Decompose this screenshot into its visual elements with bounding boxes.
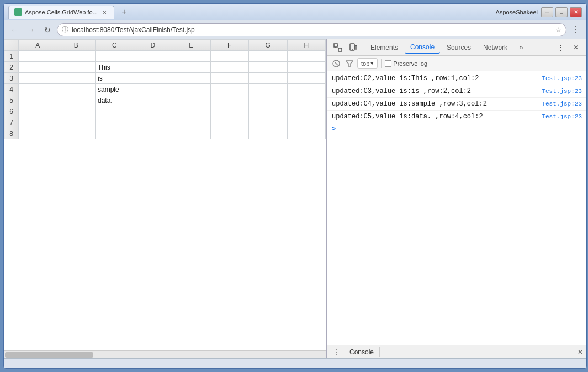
address-bar[interactable]: ⓘ localhost:8080/TestAjaxCallFinish/Test… [57, 23, 566, 36]
inspect-element-button[interactable] [332, 41, 344, 54]
cell-g7[interactable] [249, 117, 288, 128]
cell-b3[interactable] [57, 73, 96, 84]
cell-b8[interactable] [57, 128, 96, 139]
cell-f4[interactable] [210, 84, 249, 95]
cell-a8[interactable] [19, 128, 57, 139]
tab-console[interactable]: Console [405, 41, 440, 54]
tab-close-button[interactable]: ✕ [100, 8, 108, 16]
scrollbar-thumb[interactable] [5, 352, 93, 358]
cell-h3[interactable] [287, 73, 326, 84]
cell-g4[interactable] [249, 84, 288, 95]
console-prompt[interactable]: > [327, 123, 586, 135]
horizontal-scrollbar[interactable] [4, 350, 326, 358]
cell-a3[interactable] [19, 73, 57, 84]
cell-d5[interactable] [134, 95, 172, 106]
browser-tab[interactable]: Aspose.Cells.GridWeb fo... ✕ [8, 6, 114, 19]
cell-e7[interactable] [172, 117, 211, 128]
cell-h1[interactable] [287, 51, 326, 62]
cell-d7[interactable] [134, 117, 172, 128]
cell-b5[interactable] [57, 95, 96, 106]
tab-sources[interactable]: Sources [441, 42, 476, 53]
cell-a5[interactable] [19, 95, 57, 106]
cell-a7[interactable] [19, 117, 57, 128]
tab-elements[interactable]: Elements [365, 42, 404, 53]
cell-b7[interactable] [57, 117, 96, 128]
cell-d4[interactable] [134, 84, 172, 95]
cell-h6[interactable] [287, 106, 326, 117]
cell-a6[interactable] [19, 106, 57, 117]
cell-h8[interactable] [287, 128, 326, 139]
tab-more[interactable]: » [514, 42, 529, 53]
cell-c5[interactable]: data. [96, 95, 134, 106]
cell-b2[interactable] [57, 62, 96, 73]
bottom-console-button[interactable]: Console [344, 347, 380, 357]
cell-d2[interactable] [134, 62, 172, 73]
new-tab-button[interactable]: + [118, 6, 131, 19]
minimize-button[interactable]: ─ [541, 7, 553, 17]
cell-c6[interactable] [96, 106, 134, 117]
devtools-close-button[interactable]: ✕ [570, 41, 582, 54]
cell-d3[interactable] [134, 73, 172, 84]
cell-f1[interactable] [210, 51, 249, 62]
cell-f6[interactable] [210, 106, 249, 117]
preserve-log-toggle[interactable]: Preserve log [385, 60, 427, 67]
cell-g5[interactable] [249, 95, 288, 106]
cell-a4[interactable] [19, 84, 57, 95]
cell-e5[interactable] [172, 95, 211, 106]
console-filter-button[interactable] [344, 58, 355, 69]
cell-f5[interactable] [210, 95, 249, 106]
cell-f8[interactable] [210, 128, 249, 139]
close-button[interactable]: ✕ [570, 7, 582, 17]
cell-b6[interactable] [57, 106, 96, 117]
cell-e4[interactable] [172, 84, 211, 95]
cell-h7[interactable] [287, 117, 326, 128]
cell-c1[interactable] [96, 51, 134, 62]
cell-a2[interactable] [19, 62, 57, 73]
maximize-button[interactable]: □ [555, 7, 568, 17]
cell-c4[interactable]: sample [96, 84, 134, 95]
reload-button[interactable]: ↻ [40, 23, 55, 37]
bottom-dots-button[interactable]: ⋮ [331, 347, 342, 358]
cell-c8[interactable] [96, 128, 134, 139]
browser-menu-button[interactable]: ⋮ [569, 23, 583, 37]
cell-g8[interactable] [249, 128, 288, 139]
cell-e2[interactable] [172, 62, 211, 73]
cell-a1[interactable] [19, 51, 57, 62]
bottom-close-devtools-button[interactable]: ✕ [574, 346, 586, 358]
back-button[interactable]: ← [7, 23, 22, 37]
tab-network[interactable]: Network [478, 42, 513, 53]
cell-e3[interactable] [172, 73, 211, 84]
message-source-4[interactable]: Test.jsp:23 [542, 112, 582, 122]
console-clear-button[interactable] [331, 58, 342, 69]
context-selector[interactable]: top ▾ [357, 58, 378, 69]
cell-g1[interactable] [249, 51, 288, 62]
message-source-2[interactable]: Test.jsp:23 [542, 86, 582, 96]
message-source-1[interactable]: Test.jsp:23 [542, 74, 582, 83]
forward-button[interactable]: → [24, 23, 38, 37]
cell-h5[interactable] [287, 95, 326, 106]
cell-f3[interactable] [210, 73, 249, 84]
cell-e8[interactable] [172, 128, 211, 139]
preserve-log-checkbox[interactable] [385, 60, 391, 67]
cell-g3[interactable] [249, 73, 288, 84]
cell-c2[interactable]: This [96, 62, 134, 73]
cell-b1[interactable] [57, 51, 96, 62]
cell-e6[interactable] [172, 106, 211, 117]
devtools-settings-button[interactable]: ⋮ [554, 41, 566, 54]
device-toolbar-button[interactable] [347, 41, 359, 54]
cell-h2[interactable] [287, 62, 326, 73]
cell-e1[interactable] [172, 51, 211, 62]
cell-b4[interactable] [57, 84, 96, 95]
cell-f7[interactable] [210, 117, 249, 128]
cell-d1[interactable] [134, 51, 172, 62]
cell-f2[interactable] [210, 62, 249, 73]
cell-d8[interactable] [134, 128, 172, 139]
bookmark-icon[interactable]: ☆ [555, 26, 561, 34]
cell-g2[interactable] [249, 62, 288, 73]
cell-d6[interactable] [134, 106, 172, 117]
cell-c3[interactable]: is [96, 73, 134, 84]
cell-c7[interactable] [96, 117, 134, 128]
cell-h4[interactable] [287, 84, 326, 95]
message-source-3[interactable]: Test.jsp:23 [542, 99, 582, 109]
cell-g6[interactable] [249, 106, 288, 117]
